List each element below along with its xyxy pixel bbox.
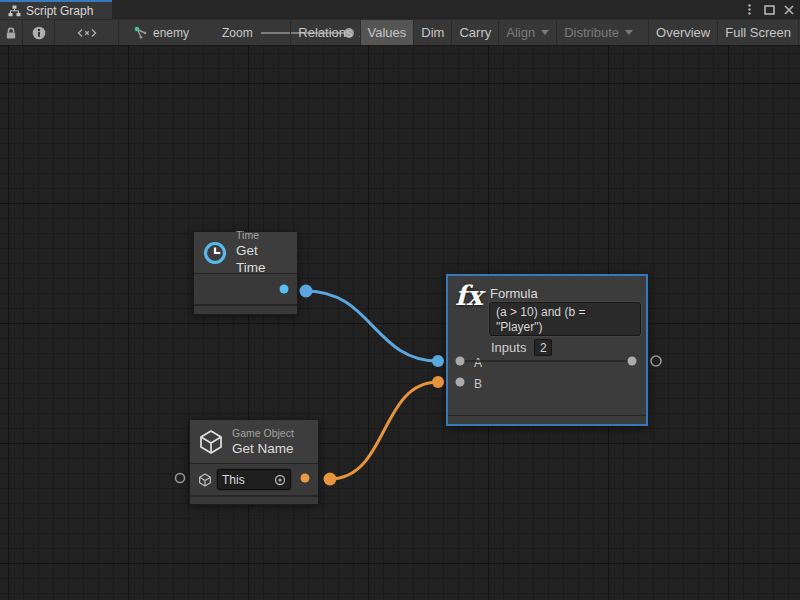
node-formula-footer: [448, 415, 646, 424]
node-title: Get Time: [236, 242, 287, 276]
node-get-name[interactable]: Game Object Get Name This: [189, 419, 319, 505]
node-get-time[interactable]: Time Get Time: [193, 231, 298, 315]
carry-button[interactable]: Carry: [451, 20, 498, 45]
values-button[interactable]: Values: [360, 20, 414, 45]
tab-script-graph[interactable]: Script Graph: [0, 0, 112, 19]
toolbar-buttons: Relations Values Dim Carry Align Distrib…: [290, 20, 799, 45]
code-preview-button[interactable]: [55, 20, 119, 45]
zoom-label: Zoom: [222, 26, 253, 40]
lock-button[interactable]: [0, 20, 23, 45]
graph-canvas[interactable]: Time Get Time Game Object Get Name: [0, 46, 800, 600]
inputs-count-input[interactable]: 2: [534, 339, 552, 356]
target-object-field[interactable]: This: [217, 469, 291, 490]
info-icon: [32, 26, 46, 40]
overview-button[interactable]: Overview: [648, 20, 717, 45]
more-vertical-icon[interactable]: [742, 3, 756, 17]
relations-button[interactable]: Relations: [290, 20, 359, 45]
wire-end-dot-blue[interactable]: [432, 355, 444, 367]
node-get-name-footer: [190, 495, 318, 504]
inputs-label: Inputs: [491, 340, 526, 355]
node-get-name-header[interactable]: Game Object Get Name: [190, 420, 318, 464]
tab-label: Script Graph: [26, 4, 93, 18]
wire-start-dot-blue[interactable]: [300, 285, 313, 298]
graph-toolbar: enemy Zoom 1x Relations Values Dim Carry…: [0, 19, 800, 46]
clock-icon: [202, 239, 228, 267]
wire-get-time-to-formula-a[interactable]: [306, 291, 438, 361]
fullscreen-button[interactable]: Full Screen: [717, 20, 799, 45]
formula-inputs-row: Inputs 2: [491, 339, 552, 356]
port-label-b: B: [474, 377, 482, 391]
graph-icon: [133, 25, 148, 40]
formula-fx-icon: fx: [455, 280, 483, 311]
wire-get-name-to-formula-b[interactable]: [330, 382, 438, 479]
lock-icon: [4, 26, 18, 40]
info-button[interactable]: [23, 20, 55, 45]
graph-hierarchy-icon: [8, 5, 21, 17]
cube-icon: [198, 473, 212, 487]
node-title: Formula: [490, 286, 538, 301]
get-name-input-unconnected-port[interactable]: [176, 474, 185, 483]
dim-button[interactable]: Dim: [413, 20, 451, 45]
node-get-name-body: This: [190, 464, 318, 495]
code-preview-icon: [77, 26, 97, 40]
distribute-button[interactable]: Distribute: [556, 20, 640, 45]
node-title: Get Name: [232, 440, 294, 457]
align-button[interactable]: Align: [498, 20, 556, 45]
node-category: Time: [236, 229, 287, 242]
node-get-time-body: [194, 274, 297, 304]
node-get-time-footer: [194, 304, 297, 314]
script-graph-window: Script Graph: [0, 0, 800, 600]
object-picker-icon[interactable]: [274, 474, 286, 486]
formula-result-unconnected-port[interactable]: [651, 356, 661, 366]
graph-name-label: enemy: [153, 26, 189, 40]
formula-expression-input[interactable]: (a > 10) and (b = "Player"): [489, 302, 641, 336]
window-controls: [742, 0, 796, 19]
wire-end-dot-orange[interactable]: [432, 376, 444, 388]
close-icon[interactable]: [782, 3, 796, 17]
node-formula[interactable]: fx Formula (a > 10) and (b = "Player") I…: [446, 274, 648, 426]
toolbar-left-group: [0, 20, 119, 45]
target-object-value: This: [222, 473, 274, 487]
graph-name-group[interactable]: enemy: [133, 20, 189, 45]
chevron-down-icon: [541, 30, 549, 35]
node-category: Game Object: [232, 427, 294, 440]
chevron-down-icon: [625, 30, 633, 35]
node-get-time-header[interactable]: Time Get Time: [194, 232, 297, 274]
maximize-icon[interactable]: [762, 3, 776, 17]
cube-icon: [198, 429, 224, 455]
connections-layer: [0, 46, 800, 600]
wire-start-dot-orange[interactable]: [324, 473, 337, 486]
port-label-a: A: [474, 356, 482, 370]
tab-bar: Script Graph: [0, 0, 800, 19]
